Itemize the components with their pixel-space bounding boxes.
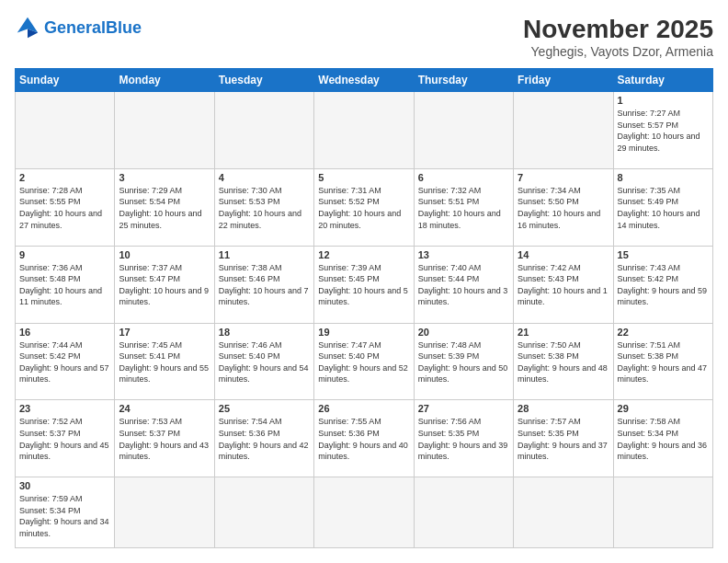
day-number: 7 bbox=[518, 172, 609, 183]
calendar-cell: 8Sunrise: 7:35 AM Sunset: 5:49 PM Daylig… bbox=[613, 168, 712, 246]
day-info: Sunrise: 7:52 AM Sunset: 5:37 PM Dayligh… bbox=[19, 416, 110, 462]
day-number: 12 bbox=[318, 249, 409, 260]
day-info: Sunrise: 7:47 AM Sunset: 5:40 PM Dayligh… bbox=[318, 339, 409, 385]
calendar-cell: 10Sunrise: 7:37 AM Sunset: 5:47 PM Dayli… bbox=[115, 246, 214, 323]
header: GeneralBlue November 2025 Yeghegis, Vayo… bbox=[15, 15, 713, 59]
day-info: Sunrise: 7:59 AM Sunset: 5:34 PM Dayligh… bbox=[19, 493, 110, 539]
day-info: Sunrise: 7:27 AM Sunset: 5:57 PM Dayligh… bbox=[618, 108, 709, 154]
day-number: 4 bbox=[219, 172, 310, 183]
title-block: November 2025 Yeghegis, Vayots Dzor, Arm… bbox=[523, 15, 713, 59]
day-number: 21 bbox=[518, 327, 609, 338]
day-info: Sunrise: 7:36 AM Sunset: 5:48 PM Dayligh… bbox=[19, 262, 110, 308]
calendar-cell: 6Sunrise: 7:32 AM Sunset: 5:51 PM Daylig… bbox=[414, 168, 513, 246]
day-info: Sunrise: 7:51 AM Sunset: 5:38 PM Dayligh… bbox=[618, 339, 709, 385]
day-number: 3 bbox=[119, 172, 210, 183]
day-info: Sunrise: 7:34 AM Sunset: 5:50 PM Dayligh… bbox=[518, 185, 609, 231]
calendar-cell bbox=[514, 477, 613, 548]
day-info: Sunrise: 7:39 AM Sunset: 5:45 PM Dayligh… bbox=[318, 262, 409, 308]
day-number: 28 bbox=[518, 403, 609, 414]
calendar-cell: 29Sunrise: 7:58 AM Sunset: 5:34 PM Dayli… bbox=[613, 400, 712, 477]
day-info: Sunrise: 7:29 AM Sunset: 5:54 PM Dayligh… bbox=[119, 185, 210, 231]
col-friday: Friday bbox=[514, 69, 613, 92]
calendar-cell: 1Sunrise: 7:27 AM Sunset: 5:57 PM Daylig… bbox=[613, 92, 712, 169]
day-info: Sunrise: 7:38 AM Sunset: 5:46 PM Dayligh… bbox=[219, 262, 310, 308]
day-info: Sunrise: 7:40 AM Sunset: 5:44 PM Dayligh… bbox=[418, 262, 509, 308]
day-info: Sunrise: 7:54 AM Sunset: 5:36 PM Dayligh… bbox=[219, 416, 310, 462]
calendar-cell bbox=[414, 477, 513, 548]
day-number: 1 bbox=[618, 95, 709, 106]
day-info: Sunrise: 7:58 AM Sunset: 5:34 PM Dayligh… bbox=[618, 416, 709, 462]
day-info: Sunrise: 7:50 AM Sunset: 5:38 PM Dayligh… bbox=[518, 339, 609, 385]
calendar-cell: 12Sunrise: 7:39 AM Sunset: 5:45 PM Dayli… bbox=[314, 246, 414, 323]
day-number: 5 bbox=[318, 172, 409, 183]
day-info: Sunrise: 7:46 AM Sunset: 5:40 PM Dayligh… bbox=[219, 339, 310, 385]
day-number: 22 bbox=[618, 327, 709, 338]
calendar-cell bbox=[314, 477, 414, 548]
day-number: 19 bbox=[318, 327, 409, 338]
day-info: Sunrise: 7:44 AM Sunset: 5:42 PM Dayligh… bbox=[19, 339, 110, 385]
calendar-cell: 3Sunrise: 7:29 AM Sunset: 5:54 PM Daylig… bbox=[115, 168, 214, 246]
calendar-header-row: Sunday Monday Tuesday Wednesday Thursday… bbox=[16, 69, 713, 92]
day-number: 24 bbox=[119, 403, 210, 414]
col-tuesday: Tuesday bbox=[214, 69, 313, 92]
day-info: Sunrise: 7:48 AM Sunset: 5:39 PM Dayligh… bbox=[418, 339, 509, 385]
day-info: Sunrise: 7:56 AM Sunset: 5:35 PM Dayligh… bbox=[418, 416, 509, 462]
calendar-cell: 17Sunrise: 7:45 AM Sunset: 5:41 PM Dayli… bbox=[115, 323, 214, 400]
day-number: 16 bbox=[19, 327, 110, 338]
calendar-cell: 28Sunrise: 7:57 AM Sunset: 5:35 PM Dayli… bbox=[514, 400, 613, 477]
calendar: Sunday Monday Tuesday Wednesday Thursday… bbox=[15, 68, 713, 548]
day-number: 17 bbox=[119, 327, 210, 338]
day-number: 27 bbox=[418, 403, 509, 414]
calendar-cell: 27Sunrise: 7:56 AM Sunset: 5:35 PM Dayli… bbox=[414, 400, 513, 477]
col-thursday: Thursday bbox=[414, 69, 513, 92]
calendar-cell: 11Sunrise: 7:38 AM Sunset: 5:46 PM Dayli… bbox=[214, 246, 313, 323]
day-info: Sunrise: 7:57 AM Sunset: 5:35 PM Dayligh… bbox=[518, 416, 609, 462]
calendar-cell bbox=[613, 477, 712, 548]
calendar-cell bbox=[214, 477, 313, 548]
logo-icon bbox=[15, 15, 40, 40]
day-info: Sunrise: 7:53 AM Sunset: 5:37 PM Dayligh… bbox=[119, 416, 210, 462]
calendar-cell: 20Sunrise: 7:48 AM Sunset: 5:39 PM Dayli… bbox=[414, 323, 513, 400]
day-number: 10 bbox=[119, 249, 210, 260]
calendar-cell: 24Sunrise: 7:53 AM Sunset: 5:37 PM Dayli… bbox=[115, 400, 214, 477]
col-monday: Monday bbox=[115, 69, 214, 92]
day-number: 8 bbox=[618, 172, 709, 183]
day-info: Sunrise: 7:31 AM Sunset: 5:52 PM Dayligh… bbox=[318, 185, 409, 231]
day-info: Sunrise: 7:43 AM Sunset: 5:42 PM Dayligh… bbox=[618, 262, 709, 308]
calendar-cell: 22Sunrise: 7:51 AM Sunset: 5:38 PM Dayli… bbox=[613, 323, 712, 400]
day-number: 14 bbox=[518, 249, 609, 260]
calendar-cell: 4Sunrise: 7:30 AM Sunset: 5:53 PM Daylig… bbox=[214, 168, 313, 246]
day-info: Sunrise: 7:55 AM Sunset: 5:36 PM Dayligh… bbox=[318, 416, 409, 462]
calendar-cell bbox=[414, 92, 513, 169]
calendar-cell bbox=[115, 92, 214, 169]
calendar-cell: 13Sunrise: 7:40 AM Sunset: 5:44 PM Dayli… bbox=[414, 246, 513, 323]
calendar-cell bbox=[16, 92, 115, 169]
calendar-cell bbox=[214, 92, 313, 169]
logo: GeneralBlue bbox=[15, 15, 142, 40]
day-info: Sunrise: 7:37 AM Sunset: 5:47 PM Dayligh… bbox=[119, 262, 210, 308]
col-saturday: Saturday bbox=[613, 69, 712, 92]
calendar-cell: 23Sunrise: 7:52 AM Sunset: 5:37 PM Dayli… bbox=[16, 400, 115, 477]
calendar-cell: 15Sunrise: 7:43 AM Sunset: 5:42 PM Dayli… bbox=[613, 246, 712, 323]
day-info: Sunrise: 7:42 AM Sunset: 5:43 PM Dayligh… bbox=[518, 262, 609, 308]
day-number: 11 bbox=[219, 249, 310, 260]
day-info: Sunrise: 7:32 AM Sunset: 5:51 PM Dayligh… bbox=[418, 185, 509, 231]
day-number: 26 bbox=[318, 403, 409, 414]
calendar-cell: 26Sunrise: 7:55 AM Sunset: 5:36 PM Dayli… bbox=[314, 400, 414, 477]
page: GeneralBlue November 2025 Yeghegis, Vayo… bbox=[0, 0, 728, 563]
location-title: Yeghegis, Vayots Dzor, Armenia bbox=[523, 44, 713, 59]
month-title: November 2025 bbox=[523, 15, 713, 44]
day-number: 30 bbox=[19, 480, 110, 491]
calendar-cell: 5Sunrise: 7:31 AM Sunset: 5:52 PM Daylig… bbox=[314, 168, 414, 246]
day-number: 13 bbox=[418, 249, 509, 260]
day-number: 15 bbox=[618, 249, 709, 260]
calendar-cell: 16Sunrise: 7:44 AM Sunset: 5:42 PM Dayli… bbox=[16, 323, 115, 400]
calendar-cell: 18Sunrise: 7:46 AM Sunset: 5:40 PM Dayli… bbox=[214, 323, 313, 400]
calendar-cell: 21Sunrise: 7:50 AM Sunset: 5:38 PM Dayli… bbox=[514, 323, 613, 400]
calendar-cell bbox=[514, 92, 613, 169]
day-number: 29 bbox=[618, 403, 709, 414]
calendar-cell: 2Sunrise: 7:28 AM Sunset: 5:55 PM Daylig… bbox=[16, 168, 115, 246]
calendar-cell: 7Sunrise: 7:34 AM Sunset: 5:50 PM Daylig… bbox=[514, 168, 613, 246]
day-number: 25 bbox=[219, 403, 310, 414]
day-info: Sunrise: 7:45 AM Sunset: 5:41 PM Dayligh… bbox=[119, 339, 210, 385]
